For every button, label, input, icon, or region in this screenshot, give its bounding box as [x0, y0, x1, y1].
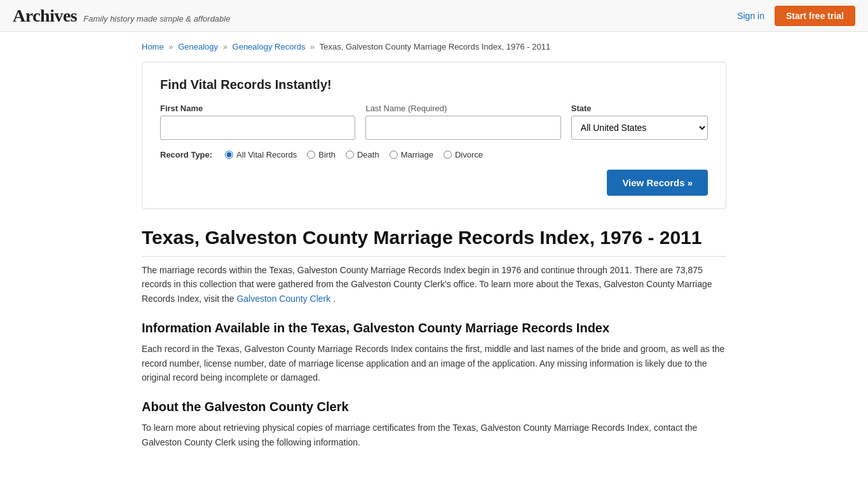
search-actions: View Records » [160, 170, 708, 196]
site-header: Archives Family history made simple & af… [0, 0, 868, 32]
radio-all-vital-label: All Vital Records [236, 150, 297, 159]
radio-divorce-label: Divorce [455, 150, 483, 159]
radio-marriage-input[interactable] [390, 151, 398, 159]
radio-all-vital-input[interactable] [225, 151, 233, 159]
radio-death[interactable]: Death [346, 150, 379, 159]
radio-marriage-label: Marriage [401, 150, 433, 159]
breadcrumb-home[interactable]: Home [142, 42, 164, 51]
galveston-clerk-link[interactable]: Galveston County Clerk [236, 294, 330, 304]
radio-marriage[interactable]: Marriage [390, 150, 433, 159]
state-select[interactable]: All United States Alabama Alaska Arizona… [571, 116, 708, 140]
view-records-button[interactable]: View Records » [607, 170, 708, 196]
sign-in-link[interactable]: Sign in [737, 11, 764, 21]
first-name-input[interactable] [160, 116, 355, 140]
state-label: State [571, 104, 708, 113]
page-title: Texas, Galveston County Marriage Records… [142, 227, 726, 257]
last-name-label: Last Name (Required) [365, 104, 560, 113]
breadcrumb: Home » Genealogy » Genealogy Records » T… [142, 42, 726, 51]
record-type-row: Record Type: All Vital Records Birth Dea… [160, 150, 708, 159]
about-section: About the Galveston County Clerk To lear… [142, 400, 726, 449]
record-type-label: Record Type: [160, 150, 212, 159]
state-field-group: State All United States Alabama Alaska A… [571, 104, 708, 140]
search-box: Find Vital Records Instantly! First Name… [142, 62, 726, 209]
radio-options: All Vital Records Birth Death Marriage D… [225, 150, 483, 159]
search-box-title: Find Vital Records Instantly! [160, 78, 708, 92]
breadcrumb-sep-3: » [310, 42, 315, 51]
header-actions: Sign in Start free trial [737, 6, 855, 26]
first-name-label: First Name [160, 104, 355, 113]
intro-section: The marriage records within the Texas, G… [142, 263, 726, 306]
breadcrumb-sep-2: » [223, 42, 227, 51]
breadcrumb-sep-1: » [168, 42, 173, 51]
start-trial-button[interactable]: Start free trial [775, 6, 855, 26]
header-logo-area: Archives Family history made simple & af… [13, 6, 230, 26]
search-fields-row: First Name Last Name (Required) State Al… [160, 104, 708, 140]
breadcrumb-current: Texas, Galveston County Marriage Records… [320, 42, 550, 51]
info-section-heading: Information Available in the Texas, Galv… [142, 321, 726, 336]
first-name-field-group: First Name [160, 104, 355, 140]
about-section-heading: About the Galveston County Clerk [142, 400, 726, 414]
last-name-input[interactable] [365, 116, 560, 140]
radio-divorce-input[interactable] [444, 151, 452, 159]
last-name-field-group: Last Name (Required) [365, 104, 560, 140]
site-tagline: Family history made simple & affordable [83, 14, 230, 24]
radio-birth[interactable]: Birth [307, 150, 336, 159]
radio-birth-label: Birth [318, 150, 336, 159]
breadcrumb-genealogy[interactable]: Genealogy [178, 42, 218, 51]
radio-divorce[interactable]: Divorce [444, 150, 483, 159]
radio-death-label: Death [357, 150, 379, 159]
radio-all-vital[interactable]: All Vital Records [225, 150, 297, 159]
about-section-text: To learn more about retrieving physical … [142, 421, 726, 449]
info-section-text: Each record in the Texas, Galveston Coun… [142, 342, 726, 384]
main-content: Home » Genealogy » Genealogy Records » T… [129, 32, 739, 475]
radio-birth-input[interactable] [307, 151, 315, 159]
info-section: Information Available in the Texas, Galv… [142, 321, 726, 384]
intro-paragraph: The marriage records within the Texas, G… [142, 263, 726, 306]
site-logo: Archives [13, 6, 77, 26]
breadcrumb-genealogy-records[interactable]: Genealogy Records [233, 42, 306, 51]
radio-death-input[interactable] [346, 151, 354, 159]
